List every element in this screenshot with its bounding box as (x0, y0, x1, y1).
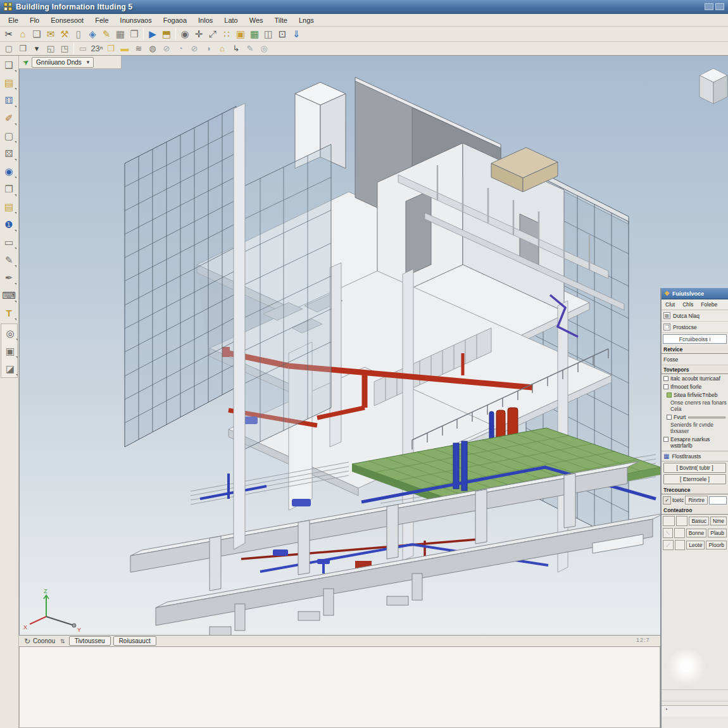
menu-fele[interactable]: Fele (89, 15, 114, 25)
check-button[interactable]: ✓ (663, 496, 671, 505)
menu-file[interactable]: Ele (3, 15, 24, 25)
swatch-cell[interactable] (663, 516, 675, 526)
chevron-down-icon[interactable]: ▾ (87, 59, 90, 65)
checkbox-eesapre[interactable]: Eesapre ruarkus wsttrfarlb (662, 435, 728, 449)
menu-lngs[interactable]: Lngs (293, 15, 320, 25)
comment-icon[interactable]: ❏ (30, 28, 44, 41)
table-row[interactable]: ⟋ Leote Ploorb (663, 540, 727, 550)
model-viewport[interactable]: Z X Y (19, 56, 728, 635)
panel-menu-clut[interactable]: Clut (662, 301, 679, 308)
slider[interactable] (688, 417, 725, 418)
maximize-button[interactable] (705, 3, 713, 10)
level-icon[interactable]: ≋ (132, 42, 146, 55)
pen-tool-icon[interactable]: ✒ (1, 269, 17, 286)
paint-tool-icon[interactable]: ✐ (1, 110, 17, 127)
image-tool-icon[interactable]: ▣ (2, 342, 18, 360)
text-tool-icon[interactable]: T (1, 304, 17, 322)
frame-tool-icon[interactable]: ▢ (1, 127, 17, 144)
panel-row-data-map[interactable]: ▦ Dutca Nlaq (662, 310, 728, 322)
sheet-icon[interactable]: ▢ (2, 42, 16, 55)
refresh-icon[interactable]: ↻ (24, 637, 30, 646)
blank-icon[interactable]: ▭ (76, 42, 90, 55)
paint-icon[interactable]: ◈ (85, 28, 99, 41)
bovttnt-button[interactable]: [ Bovttnt( tubtr ] (663, 463, 726, 473)
close-button[interactable] (715, 3, 724, 10)
clipboard-icon[interactable]: ❐ (1, 180, 17, 198)
panel-row-processes[interactable]: ❒ Prostocse (662, 322, 728, 333)
import-icon[interactable]: ⬒ (160, 28, 173, 41)
home-yellow-icon[interactable]: ⌂ (215, 42, 229, 55)
layers-icon[interactable]: ❒ (16, 42, 30, 55)
menu-inlos[interactable]: Inlos (192, 15, 218, 25)
calendar-icon[interactable]: ▦ (113, 28, 127, 41)
view-tab[interactable]: Gnniiuano Dnds ▾ (32, 57, 94, 68)
menu-flo[interactable]: Flo (24, 15, 45, 25)
status-circle-icon[interactable]: ◔ (664, 706, 668, 713)
globe-icon[interactable]: ◍ (146, 42, 160, 55)
disabled-c-icon[interactable]: ⊘ (187, 42, 201, 55)
menu-tilte[interactable]: Tilte (269, 15, 293, 25)
frame-b-icon[interactable]: ◳ (58, 42, 72, 55)
globe-blue-icon[interactable]: ◉ (1, 163, 17, 180)
cut-icon[interactable]: ✂ (2, 28, 16, 41)
checkbox-ifmooet[interactable]: Ifmooet fiorle (662, 382, 728, 391)
menu-lato[interactable]: Lato (218, 15, 243, 25)
checkbox-fvurt[interactable]: Fvurt (662, 413, 728, 421)
eterrroele-button[interactable]: [ Eterrroele ] (663, 474, 726, 484)
tools-icon[interactable]: ⚒ (58, 28, 72, 41)
image-icon[interactable]: ▣ (234, 28, 248, 41)
checkbox-icon[interactable] (663, 437, 668, 442)
chart-icon[interactable]: ▦ (248, 28, 261, 41)
disabled-a-icon[interactable]: ⊘ (160, 42, 173, 55)
menu-wes[interactable]: Wes (244, 15, 269, 25)
disabled-b-icon[interactable]: ◔ (173, 42, 187, 55)
resource-input[interactable] (709, 496, 727, 505)
document-gold-icon[interactable]: ▤ (1, 198, 17, 215)
menu-fogaoa[interactable]: Fogaoa (158, 15, 192, 25)
menu-eonsesoot[interactable]: Eonsesoot (45, 15, 89, 25)
dropdown-caret-icon[interactable]: ▾ (30, 42, 44, 55)
pen-disabled-icon[interactable]: ✎ (243, 42, 257, 55)
frame-a-icon[interactable]: ◱ (44, 42, 58, 55)
tab-roiusauuct[interactable]: Roiusauuct (113, 636, 156, 646)
export-icon[interactable]: ⇓ (289, 28, 303, 41)
list-item-flostltrausts[interactable]: ▦ Flostltrausts (662, 451, 728, 461)
building-model-3d[interactable]: Z X Y (20, 56, 728, 635)
note-yellow-icon[interactable]: ▬ (118, 42, 132, 55)
resource-cell[interactable]: Rinrtre (685, 496, 708, 505)
swatch-cell[interactable]: ⟍ (663, 528, 673, 538)
table-row[interactable]: ⟍ Bonne Plaub (663, 528, 727, 538)
sheet-number-icon[interactable]: 23ⁿ (90, 42, 104, 55)
checkbox-italc[interactable]: Italc acoubt Iturricaaf (662, 374, 728, 382)
swatch-cell[interactable] (676, 516, 688, 526)
zoom-extents-icon[interactable]: ⤢ (206, 28, 220, 41)
redirect-icon[interactable]: ↳ (229, 42, 243, 55)
note-tool-icon[interactable]: ▭ (1, 234, 17, 251)
pan-icon[interactable]: ✛ (192, 28, 206, 41)
view-cube[interactable] (700, 68, 727, 104)
note-icon[interactable]: ❐ (127, 28, 141, 41)
checkbox-sitea[interactable]: Sitea firfiviicTnbeb (662, 391, 728, 399)
swatch-cell[interactable] (674, 528, 684, 538)
table-row[interactable]: Basuc Nme (663, 516, 727, 526)
stamp-icon[interactable]: ◫ (261, 28, 275, 41)
fit-view-icon[interactable]: ⊡ (275, 28, 289, 41)
magnifier-small-icon[interactable]: ◎ (257, 42, 271, 55)
snap-icon[interactable]: ∷ (220, 28, 234, 41)
row-fosse[interactable]: Fosse (662, 354, 728, 365)
mail-icon[interactable]: ✉ (44, 28, 58, 41)
search-tool-icon[interactable]: ◎ (2, 325, 18, 342)
keyboard-icon[interactable]: ⌨ (1, 287, 17, 304)
pencil-icon[interactable]: ✎ (99, 28, 113, 41)
menu-inunsvaos[interactable]: Inunsvaos (115, 15, 158, 25)
open-project-icon[interactable]: ⌂ (16, 28, 30, 41)
numbered-cube-icon[interactable]: ❶ (1, 216, 17, 233)
swatch-cell[interactable] (675, 540, 686, 550)
panel-menu-folebe[interactable]: Folebe (697, 301, 721, 308)
box-tool-icon[interactable]: ❑ (1, 56, 17, 73)
tab-tivtousseu[interactable]: Tivtousseu (69, 636, 111, 646)
run-icon[interactable]: ▶ (146, 28, 160, 41)
panel-menu-chls[interactable]: Chls (679, 301, 697, 308)
checkbox-icon[interactable] (667, 415, 672, 420)
tag-yellow-icon[interactable]: ❒ (104, 42, 118, 55)
